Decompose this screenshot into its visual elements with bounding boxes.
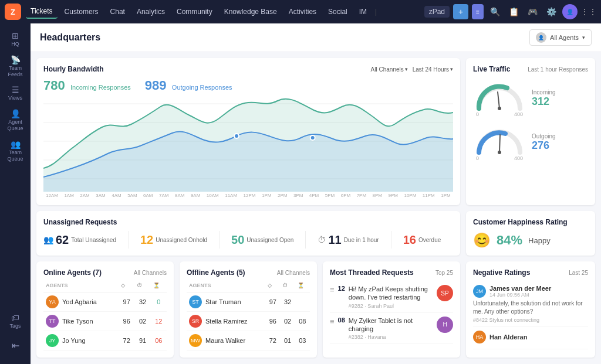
notifications-icon[interactable]: 📋 xyxy=(506,4,521,19)
agent-avatar: TT xyxy=(46,315,59,328)
agent-t2: 91 xyxy=(134,331,150,351)
agent-name-cell: ST Star Truman xyxy=(187,292,265,312)
due-num: 11 xyxy=(328,233,341,247)
agent-avatar: JY xyxy=(46,334,59,347)
search-icon[interactable]: 🔍 xyxy=(487,4,502,19)
live-traffic-title: Live Traffic xyxy=(473,65,510,73)
stat-divider-2 xyxy=(219,231,220,249)
incoming-gauge: 0 400 Incoming 312 xyxy=(473,79,588,117)
agent-queue-icon: 👤 xyxy=(11,110,21,118)
user-avatar[interactable]: 👤 xyxy=(562,4,578,19)
thread-count: 08 xyxy=(338,317,345,324)
agents-selector[interactable]: 👤 All Agents ▾ xyxy=(529,29,592,46)
incoming-num: 780 xyxy=(43,78,65,93)
users-icon: 👥 xyxy=(43,235,53,244)
threaded-list: ≡ 12 Hi! My zPad Keeps shutting down. I'… xyxy=(330,281,453,344)
rating-header: JM James van der Meer 14 Jun 09:56 AM xyxy=(473,285,588,298)
sidebar-label-agent-queue: Agent Queue xyxy=(7,119,23,132)
offline-agents-subtitle: All Channels xyxy=(277,270,310,276)
overdue-label: Overdue xyxy=(418,237,441,243)
time-filter[interactable]: Last 24 Hours xyxy=(413,66,453,73)
secondary-button[interactable]: ≡ xyxy=(472,4,484,19)
nav-item-social[interactable]: Social xyxy=(323,5,352,18)
outgoing-gauge-svg xyxy=(473,123,526,155)
nav-divider: | xyxy=(375,8,377,16)
nav-item-tickets[interactable]: Tickets xyxy=(26,5,58,19)
add-button[interactable]: + xyxy=(453,4,468,19)
rating-avatar: JM xyxy=(473,285,486,298)
nav-item-chat[interactable]: Chat xyxy=(106,5,130,18)
svg-line-7 xyxy=(499,135,500,152)
live-traffic-header: Live Traffic Last 1 hour Responses xyxy=(473,65,588,73)
threaded-header: Most Threaded Requests Top 25 xyxy=(330,268,453,277)
sidebar-item-tags[interactable]: 🏷 Tags xyxy=(2,310,28,333)
negative-ratings-badge: Last 25 xyxy=(569,270,588,276)
sidebar-label-hq: HQ xyxy=(11,41,19,47)
list-item: ≡ 08 My Zylker Tablet is not charging #2… xyxy=(330,313,453,345)
col-header-agents: AGENTS xyxy=(43,280,119,292)
chart-dot-outgoing xyxy=(234,134,239,138)
online-agents-table-header: AGENTS ◇ ⏱ ⏳ xyxy=(43,280,167,292)
thread-icon: ≡ xyxy=(330,285,335,294)
happiness-percentage: 84% xyxy=(497,233,522,248)
happiness-title: Customer Happiness Rating xyxy=(473,218,588,226)
chart-svg xyxy=(43,98,453,192)
tags-icon: 🏷 xyxy=(11,314,19,322)
sidebar-item-hq[interactable]: ⊞ HQ xyxy=(2,28,28,51)
agent-t2: 02 xyxy=(280,312,295,331)
agent-name-cell: MW Maura Walker xyxy=(187,331,265,351)
views-icon: ☰ xyxy=(12,86,19,94)
col-header-clock-icon: ⏱ xyxy=(134,280,150,292)
stat-divider-3 xyxy=(305,231,306,249)
happiness-card: Customer Happiness Rating 😊 84% Happy xyxy=(466,211,595,256)
offline-col-header-ticket-icon: ◇ xyxy=(265,280,280,292)
stat-divider-4 xyxy=(391,231,391,249)
incoming-gauge-svg xyxy=(473,79,526,111)
channels-filter[interactable]: All Channels xyxy=(371,66,408,73)
agent-t1: 97 xyxy=(119,292,134,312)
rating-name-group: James van der Meer 14 Jun 09:56 AM xyxy=(489,285,551,298)
agent-t1: 72 xyxy=(265,331,280,351)
online-agents-subtitle: All Channels xyxy=(134,270,167,276)
sidebar-item-agent-queue[interactable]: 👤 Agent Queue xyxy=(2,106,28,135)
stat-divider-1 xyxy=(128,231,129,249)
nav-item-customers[interactable]: Customers xyxy=(60,5,103,18)
online-agents-title: Online Agents (7) xyxy=(43,268,102,277)
agent-t3: 08 xyxy=(295,312,310,331)
agent-name-cell: YA Yod Agbaria xyxy=(43,292,119,312)
apps-icon[interactable]: ⋮⋮ xyxy=(581,4,596,19)
agent-t2: 32 xyxy=(280,292,295,312)
nav-item-activities[interactable]: Activities xyxy=(284,5,321,18)
agent-avatar: ST xyxy=(189,295,202,308)
sidebar-item-views[interactable]: ☰ Views xyxy=(2,82,28,105)
overdue-num: 16 xyxy=(403,233,416,247)
col-header-ticket-icon: ◇ xyxy=(119,280,134,292)
rating-text: Unfortunately, the solution did not work… xyxy=(473,300,588,316)
nav-item-knowledge-base[interactable]: Knowledge Base xyxy=(220,5,282,18)
nav-item-analytics[interactable]: Analytics xyxy=(132,5,170,18)
sidebar-item-team-feeds[interactable]: 📡 Team Feeds xyxy=(2,52,28,81)
agent-name: Star Truman xyxy=(205,298,241,305)
agent-name-cell: TT Tike Tyson xyxy=(43,312,119,331)
zpad-selector[interactable]: zPad xyxy=(424,6,450,18)
nav-item-community[interactable]: Community xyxy=(172,5,217,18)
agent-avatar: YA xyxy=(46,295,59,308)
collapse-icon: ⇤ xyxy=(12,340,19,351)
overdue-stat: 16 Overdue xyxy=(403,233,441,247)
settings-icon[interactable]: ⚙️ xyxy=(543,4,559,19)
bandwidth-card: Hourly Bandwidth All Channels Last 24 Ho… xyxy=(36,58,460,205)
nav-item-im[interactable]: IM xyxy=(354,5,372,18)
open-num: 50 xyxy=(231,233,244,247)
app-logo[interactable]: Z xyxy=(5,4,21,20)
agent-t2: 02 xyxy=(134,312,150,331)
bandwidth-header: Hourly Bandwidth All Channels Last 24 Ho… xyxy=(43,65,453,73)
controller-icon[interactable]: 🎮 xyxy=(525,4,540,19)
sidebar-label-feeds: Team Feeds xyxy=(8,65,22,78)
feeds-icon: 📡 xyxy=(11,56,21,64)
sidebar-collapse-btn[interactable]: ⇤ xyxy=(2,336,28,355)
total-unassigned-label: Total Unassigned xyxy=(71,237,116,243)
online-agents-table: AGENTS ◇ ⏱ ⏳ YA Yod Agbaria 97 32 0 xyxy=(43,280,167,351)
sidebar-item-team-queue[interactable]: 👥 Team Queue xyxy=(2,137,28,166)
agent-name: Maura Walker xyxy=(205,337,245,344)
unassigned-title: Unassigned Requests xyxy=(43,218,453,226)
